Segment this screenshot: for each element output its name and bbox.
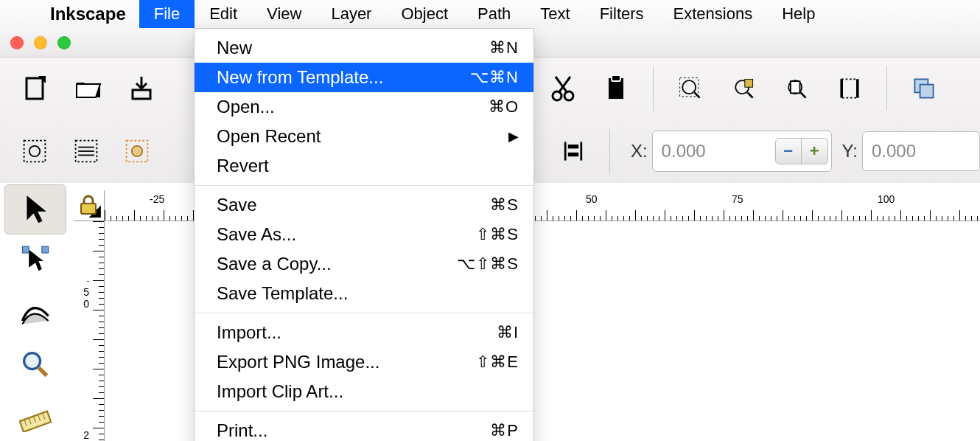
ruler-h-mark: 75: [732, 193, 743, 205]
selection-mode-a-icon[interactable]: [15, 131, 55, 172]
svg-rect-39: [81, 204, 96, 214]
svg-rect-14: [745, 79, 753, 87]
new-file-icon[interactable]: [15, 68, 56, 109]
svg-marker-40: [27, 196, 45, 222]
menu-object[interactable]: Object: [386, 0, 463, 28]
file-menu-save-as[interactable]: Save As...⇧⌘S: [195, 220, 533, 249]
file-menu-save-template[interactable]: Save Template...: [195, 279, 533, 308]
lock-icon[interactable]: [77, 193, 100, 220]
svg-rect-43: [42, 246, 49, 253]
cut-icon[interactable]: [542, 68, 584, 109]
coord-x-increment[interactable]: +: [802, 138, 828, 164]
file-menu-save-copy[interactable]: Save a Copy...⌥⇧⌘S: [195, 249, 533, 279]
svg-point-24: [29, 146, 40, 156]
zoom-page-icon[interactable]: [776, 68, 817, 109]
window-zoom-button[interactable]: [57, 36, 71, 49]
svg-point-44: [24, 353, 41, 369]
file-menu-dropdown: New⌘N New from Template...⌥⌘N Open...⌘O …: [194, 28, 534, 441]
toolbar-separator: [886, 66, 887, 111]
coord-x-label: X:: [631, 141, 648, 162]
align-distribute-icon[interactable]: [553, 131, 593, 172]
menu-separator: [195, 185, 533, 186]
ruler-v-mark: 2: [83, 429, 89, 441]
svg-point-3: [553, 91, 561, 100]
file-menu-export-png[interactable]: Export PNG Image...⇧⌘E: [195, 347, 533, 377]
ruler-h-mark: 50: [586, 193, 598, 205]
toolbar-separator: [609, 129, 610, 173]
file-menu-new[interactable]: New⌘N: [195, 33, 533, 63]
menu-separator: [195, 411, 533, 412]
svg-point-4: [564, 91, 573, 100]
file-menu-print[interactable]: Print...⌘P: [195, 416, 533, 441]
svg-line-16: [800, 92, 805, 97]
save-file-icon[interactable]: [121, 68, 162, 109]
svg-rect-20: [856, 79, 859, 97]
tweak-tool[interactable]: [4, 288, 66, 338]
menu-edit[interactable]: Edit: [195, 0, 252, 28]
paste-icon[interactable]: [595, 68, 637, 109]
file-menu-save[interactable]: Save⌘S: [195, 190, 533, 220]
vertical-ruler[interactable]: 5 - 0 2: [74, 221, 105, 441]
svg-marker-41: [29, 250, 43, 271]
menu-extensions[interactable]: Extensions: [659, 0, 768, 28]
menu-separator: [195, 313, 533, 313]
zoom-selection-icon[interactable]: [670, 68, 711, 109]
svg-rect-17: [791, 81, 800, 93]
svg-rect-0: [27, 78, 43, 99]
submenu-arrow-icon: ▶: [508, 128, 519, 145]
menu-view[interactable]: View: [252, 0, 316, 28]
svg-line-13: [747, 92, 752, 97]
duplicate-icon[interactable]: [903, 68, 945, 109]
menu-filters[interactable]: Filters: [585, 0, 659, 28]
file-menu-import-clipart[interactable]: Import Clip Art...: [195, 377, 533, 406]
svg-rect-2: [133, 90, 150, 99]
open-file-icon[interactable]: [68, 68, 109, 109]
file-menu-open[interactable]: Open...⌘O: [195, 92, 533, 122]
ruler-h-mark: -25: [150, 193, 164, 205]
window-close-button[interactable]: [10, 36, 24, 49]
coord-x-decrement[interactable]: −: [775, 138, 802, 164]
svg-rect-37: [568, 153, 578, 156]
ruler-v-mark-neg: -: [87, 277, 89, 285]
selection-mode-b-icon[interactable]: [66, 131, 106, 172]
measure-tool[interactable]: [4, 391, 66, 441]
selection-mode-c-icon[interactable]: [117, 131, 157, 172]
zoom-page-width-icon[interactable]: [829, 68, 870, 109]
ruler-v-mark: 0: [83, 298, 89, 310]
menu-path[interactable]: Path: [463, 0, 525, 28]
coord-x-input[interactable]: [653, 131, 771, 171]
ruler-h-mark: 100: [878, 193, 895, 205]
menu-help[interactable]: Help: [767, 0, 830, 28]
file-menu-new-from-template[interactable]: New from Template...⌥⌘N: [195, 63, 533, 92]
zoom-drawing-icon[interactable]: [723, 68, 764, 109]
svg-point-9: [682, 80, 696, 94]
zoom-tool[interactable]: [4, 339, 66, 389]
coord-y-label: Y:: [842, 141, 858, 162]
menu-layer[interactable]: Layer: [316, 0, 386, 28]
svg-rect-42: [22, 246, 29, 253]
window-minimize-button[interactable]: [34, 36, 47, 49]
menu-file[interactable]: File: [139, 0, 195, 28]
file-menu-revert[interactable]: Revert: [195, 151, 533, 181]
svg-line-45: [38, 367, 46, 375]
menu-text[interactable]: Text: [525, 0, 584, 28]
file-menu-import[interactable]: Import...⌘I: [195, 318, 533, 347]
node-tool[interactable]: [4, 236, 66, 286]
svg-line-10: [694, 92, 699, 97]
svg-point-30: [132, 146, 142, 156]
svg-rect-18: [841, 79, 858, 97]
selector-tool[interactable]: [4, 184, 66, 235]
coord-y-input[interactable]: [862, 131, 980, 171]
left-toolbox: [0, 183, 71, 441]
app-name[interactable]: Inkscape: [37, 4, 139, 24]
svg-rect-8: [612, 75, 620, 81]
svg-rect-22: [920, 85, 934, 98]
svg-rect-36: [568, 145, 578, 148]
ruler-v-mark: 5: [83, 286, 89, 298]
toolbar-separator: [653, 66, 654, 111]
svg-rect-23: [24, 141, 45, 162]
file-menu-open-recent[interactable]: Open Recent▶: [195, 122, 533, 151]
svg-rect-19: [840, 79, 843, 97]
mac-menubar: Inkscape File Edit View Layer Object Pat…: [0, 0, 980, 28]
